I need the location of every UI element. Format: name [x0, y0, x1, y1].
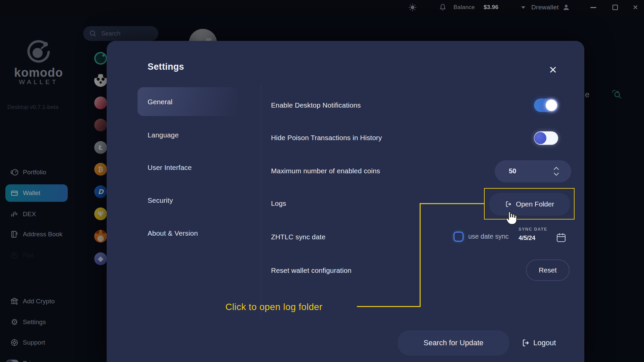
notifications-toggle[interactable] — [534, 99, 558, 112]
max-coins-stepper[interactable]: 50 — [495, 160, 571, 182]
annotation-line-horizontal-1 — [357, 306, 420, 307]
annotation-highlight-box — [484, 188, 575, 220]
logout-icon — [522, 339, 530, 347]
annotation-text: Click to open log folder — [225, 302, 322, 312]
setting-label-logs: Logs — [271, 199, 286, 207]
sync-date-label: SYNC DATE — [519, 227, 547, 232]
section-divider — [261, 85, 261, 320]
setting-label-max-coins: Maximum number of enabled coins — [271, 167, 380, 175]
annotation-line-vertical — [420, 203, 421, 307]
tab-about-version[interactable]: About & Version — [148, 227, 245, 240]
use-date-sync-label[interactable]: use date sync — [468, 233, 508, 240]
search-for-update-button[interactable]: Search for Update — [398, 330, 509, 356]
tab-language[interactable]: Language — [148, 128, 245, 142]
tab-user-interface[interactable]: User Interface — [148, 161, 245, 174]
tab-security[interactable]: Security — [148, 194, 245, 207]
chevron-down-icon[interactable] — [554, 171, 559, 176]
setting-label-reset: Reset wallet configuration — [271, 266, 352, 275]
close-icon[interactable]: ✕ — [549, 65, 557, 75]
annotation-line-horizontal-2 — [420, 203, 484, 204]
use-date-sync-checkbox[interactable] — [453, 232, 464, 242]
logout-button[interactable]: Logout — [522, 339, 556, 347]
setting-label-notifications: Enable Desktop Notifications — [271, 101, 361, 109]
app-window: Balance $3.96 Drewallet ✕ — [0, 0, 644, 362]
reset-button[interactable]: Reset — [526, 259, 570, 281]
calendar-icon[interactable] — [556, 232, 566, 243]
modal-title: Settings — [148, 62, 184, 72]
mouse-cursor-hand-icon — [504, 210, 519, 227]
setting-label-zhtlc: ZHTLC sync date — [271, 233, 326, 241]
tab-general[interactable]: General — [148, 95, 245, 109]
max-coins-value: 50 — [509, 167, 516, 175]
hide-poison-toggle[interactable] — [534, 131, 558, 145]
sync-date-value: 4/5/24 — [519, 235, 535, 242]
setting-label-hide-poison: Hide Poison Transactions in History — [271, 134, 382, 142]
